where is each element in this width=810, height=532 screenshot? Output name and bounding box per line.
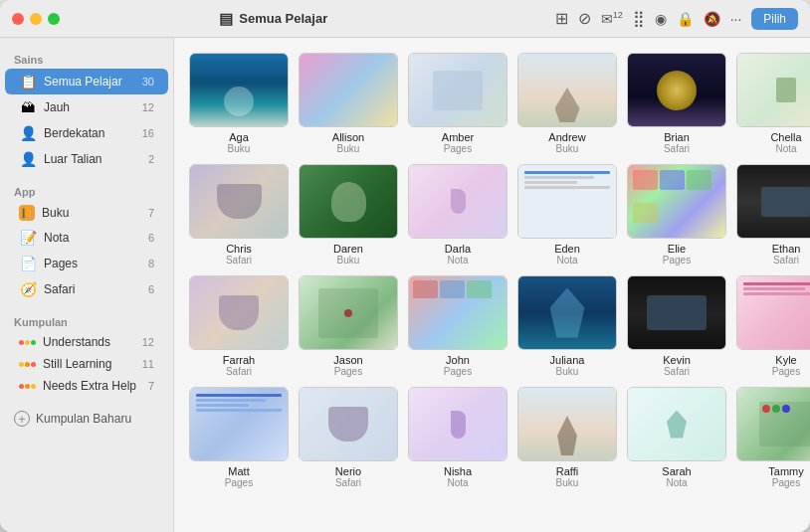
mail-icon[interactable]: ✉12 xyxy=(601,10,623,27)
sidebar-item-nota[interactable]: 📝 Nota 6 xyxy=(5,225,168,251)
student-card-allison[interactable]: Allison Buku xyxy=(299,53,398,154)
student-card-raffi[interactable]: Raffi Buku xyxy=(517,387,617,488)
student-name-nisha: Nisha xyxy=(444,465,472,477)
student-name-juliana: Juliana xyxy=(550,354,585,366)
sidebar-item-semua-pelajar[interactable]: 📋 Semua Pelajar 30 xyxy=(5,69,168,94)
student-card-kevin[interactable]: Kevin Safari xyxy=(627,275,726,377)
add-group-icon: + xyxy=(14,411,30,427)
toolbar-actions: ⊞ ⊘ ✉12 ⣿ ◉ 🔒 🔕 ··· Pilih xyxy=(555,8,798,30)
sidebar-item-understands[interactable]: Understands 12 xyxy=(5,331,168,353)
student-card-juliana[interactable]: Juliana Buku xyxy=(517,275,617,377)
student-name-eden: Eden xyxy=(554,243,580,255)
student-thumb-eden xyxy=(517,164,617,239)
student-card-andrew[interactable]: Andrew Buku xyxy=(517,53,617,154)
student-thumb-juliana xyxy=(517,275,617,350)
student-app-nerio: Safari xyxy=(335,477,361,488)
section-label-sains: Sains xyxy=(0,48,173,69)
student-thumb-sarah xyxy=(627,387,726,461)
sidebar-item-understands-label: Understands xyxy=(43,335,135,349)
student-name-chella: Chella xyxy=(770,131,801,143)
student-card-ethan[interactable]: Ethan Safari xyxy=(736,164,810,266)
student-card-john[interactable]: John Pages xyxy=(408,275,507,377)
student-thumb-aga xyxy=(189,53,289,127)
student-card-aga[interactable]: Aga Buku xyxy=(189,53,289,154)
sidebar-item-needs-extra-help[interactable]: Needs Extra Help 7 xyxy=(5,375,168,397)
sidebar-item-pages[interactable]: 📄 Pages 8 xyxy=(5,251,168,276)
student-name-ethan: Ethan xyxy=(772,243,801,255)
student-card-nisha[interactable]: Nisha Nota xyxy=(408,387,507,488)
sidebar-item-still-learning[interactable]: Still Learning 11 xyxy=(5,353,168,375)
student-thumb-brian xyxy=(627,53,726,127)
layers-icon[interactable]: ⊞ xyxy=(555,9,568,28)
sidebar-item-safari-count: 6 xyxy=(148,283,154,295)
student-card-kyle[interactable]: Kyle Pages xyxy=(736,275,810,377)
student-app-kyle: Pages xyxy=(772,366,800,377)
student-card-matt[interactable]: Matt Pages xyxy=(189,387,289,488)
student-card-tammy[interactable]: Tammy Pages xyxy=(736,387,810,488)
sidebar-item-jauh-label: Jauh xyxy=(44,100,135,114)
student-app-andrew: Buku xyxy=(556,143,579,154)
student-name-jason: Jason xyxy=(333,354,362,366)
sidebar-item-needs-extra-help-label: Needs Extra Help xyxy=(43,379,141,393)
student-app-aga: Buku xyxy=(228,143,251,154)
sidebar-item-buku[interactable]: 📙 Buku 7 xyxy=(5,201,168,225)
jauh-icon: 🏔 xyxy=(19,98,37,116)
student-app-brian: Safari xyxy=(664,143,690,154)
student-thumb-kyle xyxy=(736,275,810,350)
add-group-button[interactable]: + Kumpulan Baharu xyxy=(0,405,173,433)
student-thumb-matt xyxy=(189,387,289,461)
sidebar-icon: ▤ xyxy=(219,10,233,28)
student-card-nerio[interactable]: Nerio Safari xyxy=(299,387,398,488)
sidebar-item-safari[interactable]: 🧭 Safari 6 xyxy=(5,276,168,302)
student-card-chris[interactable]: Chris Safari xyxy=(189,164,289,266)
main-window: ▤ Semua Pelajar ⊞ ⊘ ✉12 ⣿ ◉ 🔒 🔕 ··· Pili… xyxy=(0,0,810,532)
student-thumb-john xyxy=(408,275,507,350)
eye-icon[interactable]: ◉ xyxy=(655,11,667,27)
student-app-elie: Pages xyxy=(663,255,691,266)
student-card-eden[interactable]: Eden Nota xyxy=(517,164,617,266)
student-app-darla: Nota xyxy=(447,255,468,266)
sidebar-item-semua-pelajar-count: 30 xyxy=(142,76,154,88)
student-name-matt: Matt xyxy=(228,465,249,477)
needs-extra-help-dots xyxy=(19,384,36,389)
student-app-tammy: Pages xyxy=(772,477,800,488)
sidebar-item-jauh-count: 12 xyxy=(142,101,154,113)
student-app-eden: Nota xyxy=(556,255,577,266)
student-card-jason[interactable]: Jason Pages xyxy=(299,275,398,377)
mute-icon[interactable]: 🔕 xyxy=(704,11,720,27)
nota-icon: 📝 xyxy=(19,229,37,247)
people-icon[interactable]: ⣿ xyxy=(633,9,645,28)
student-card-darla[interactable]: Darla Nota xyxy=(408,164,507,266)
safari-icon: 🧭 xyxy=(19,280,37,298)
student-card-sarah[interactable]: Sarah Nota xyxy=(627,387,726,488)
student-name-farrah: Farrah xyxy=(223,354,255,366)
sidebar-item-luar-talian[interactable]: 👤 Luar Talian 2 xyxy=(5,146,168,172)
student-card-amber[interactable]: Amber Pages xyxy=(408,53,507,154)
section-label-kumpulan: Kumpulan xyxy=(0,310,173,331)
more-icon[interactable]: ··· xyxy=(730,11,742,27)
sidebar-item-jauh[interactable]: 🏔 Jauh 12 xyxy=(5,94,168,120)
student-name-brian: Brian xyxy=(664,131,690,143)
student-app-raffi: Buku xyxy=(556,477,579,488)
student-name-allison: Allison xyxy=(332,131,364,143)
lock-icon[interactable]: 🔒 xyxy=(677,11,694,27)
student-app-kevin: Safari xyxy=(664,366,690,377)
student-thumb-amber xyxy=(408,53,507,127)
student-name-daren: Daren xyxy=(333,243,363,255)
still-learning-dots xyxy=(19,362,36,367)
pilih-button[interactable]: Pilih xyxy=(751,8,798,30)
student-app-john: Pages xyxy=(444,366,472,377)
student-card-elie[interactable]: Elie Pages xyxy=(627,164,726,266)
sidebar-item-berdekatan[interactable]: 👤 Berdekatan 16 xyxy=(5,120,168,146)
student-app-matt: Pages xyxy=(225,477,253,488)
student-card-brian[interactable]: Brian Safari xyxy=(627,53,726,154)
student-card-daren[interactable]: Daren Buku xyxy=(299,164,398,266)
student-card-farrah[interactable]: Farrah Safari xyxy=(189,275,289,377)
student-card-chella[interactable]: Chella Nota xyxy=(736,53,810,154)
student-thumb-chella xyxy=(736,53,810,127)
student-thumb-andrew xyxy=(517,53,617,127)
student-app-ethan: Safari xyxy=(773,255,799,266)
student-thumb-jason xyxy=(299,275,398,350)
block-icon[interactable]: ⊘ xyxy=(578,9,591,28)
sidebar-item-nota-count: 6 xyxy=(148,232,154,244)
